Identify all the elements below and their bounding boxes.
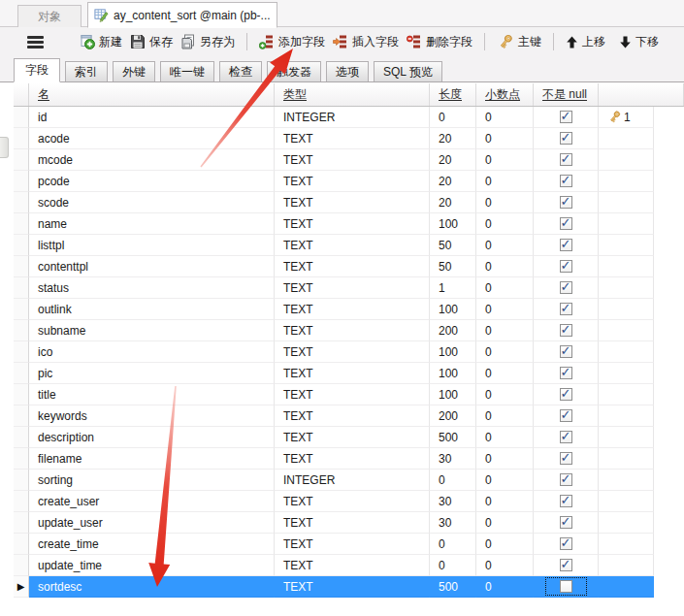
row-selector[interactable] (14, 235, 29, 256)
row-selector[interactable] (14, 320, 29, 341)
field-type-cell[interactable]: TEXT (275, 491, 430, 512)
field-notnull-cell[interactable] (534, 320, 599, 341)
field-length-cell[interactable]: 100 (430, 363, 476, 384)
not-null-checkbox[interactable] (560, 153, 572, 166)
field-name-cell[interactable]: sortdesc (29, 576, 275, 598)
field-notnull-cell[interactable] (534, 427, 599, 448)
field-notnull-cell[interactable] (534, 277, 599, 299)
field-type-cell[interactable]: TEXT (275, 149, 430, 171)
field-length-cell[interactable]: 100 (430, 213, 476, 235)
field-notnull-cell[interactable] (534, 384, 599, 405)
field-type-cell[interactable]: TEXT (275, 576, 430, 598)
row-selector[interactable] (14, 192, 29, 213)
field-decimals-cell[interactable]: 0 (476, 427, 534, 448)
row-selector[interactable] (14, 555, 29, 576)
field-type-cell[interactable]: TEXT (275, 427, 430, 448)
field-name-cell[interactable]: subname (29, 320, 275, 341)
field-decimals-cell[interactable]: 0 (476, 470, 534, 491)
field-length-cell[interactable]: 30 (430, 491, 476, 512)
table-row[interactable]: status TEXT 1 0 (14, 277, 654, 299)
field-length-cell[interactable]: 30 (430, 448, 476, 470)
row-selector[interactable] (14, 277, 29, 299)
field-decimals-cell[interactable]: 0 (476, 256, 534, 277)
field-length-cell[interactable]: 50 (430, 256, 476, 277)
row-selector[interactable] (14, 363, 29, 384)
tab-objects[interactable]: 对象 (17, 5, 81, 27)
not-null-checkbox[interactable] (560, 260, 572, 273)
field-type-cell[interactable]: TEXT (275, 256, 430, 277)
table-row[interactable]: update_user TEXT 30 0 (14, 512, 654, 534)
field-type-cell[interactable]: TEXT (275, 363, 430, 384)
insert-field-button[interactable]: 插入字段 (329, 31, 403, 53)
field-notnull-cell[interactable] (534, 576, 599, 598)
field-notnull-cell[interactable] (534, 534, 599, 555)
not-null-checkbox[interactable] (560, 324, 572, 337)
field-notnull-cell[interactable] (534, 555, 599, 576)
table-row[interactable]: listtpl TEXT 50 0 (14, 235, 654, 256)
field-notnull-cell[interactable] (534, 107, 599, 128)
field-notnull-cell[interactable] (534, 171, 599, 192)
field-decimals-cell[interactable]: 0 (476, 341, 534, 363)
row-selector[interactable] (14, 470, 29, 491)
row-selector[interactable] (14, 107, 29, 128)
table-row[interactable]: name TEXT 100 0 (14, 213, 654, 235)
field-name-cell[interactable]: outlink (29, 299, 275, 320)
field-notnull-cell[interactable] (534, 341, 599, 363)
row-selector[interactable] (14, 299, 29, 320)
field-name-cell[interactable]: description (29, 427, 275, 448)
row-selector[interactable] (14, 427, 29, 448)
not-null-checkbox[interactable] (560, 388, 572, 401)
sidebar-collapse-handle[interactable] (0, 137, 9, 158)
not-null-checkbox[interactable] (560, 345, 572, 358)
field-length-cell[interactable]: 30 (430, 512, 476, 534)
row-selector[interactable] (14, 384, 29, 405)
row-selector[interactable] (14, 491, 29, 512)
table-row[interactable]: pic TEXT 100 0 (14, 363, 654, 384)
field-decimals-cell[interactable]: 0 (476, 149, 534, 171)
field-decimals-cell[interactable]: 0 (476, 107, 534, 128)
field-name-cell[interactable]: create_time (29, 534, 275, 555)
field-type-cell[interactable]: TEXT (275, 213, 430, 235)
field-name-cell[interactable]: id (29, 107, 275, 128)
row-selector[interactable] (14, 534, 29, 555)
field-decimals-cell[interactable]: 0 (476, 299, 534, 320)
field-name-cell[interactable]: keywords (29, 405, 275, 427)
field-name-cell[interactable]: filename (29, 448, 275, 470)
not-null-checkbox[interactable] (560, 473, 572, 486)
field-name-cell[interactable]: ico (29, 341, 275, 363)
field-type-cell[interactable]: TEXT (275, 320, 430, 341)
primary-key-button[interactable]: 主键 (493, 30, 545, 53)
field-length-cell[interactable]: 100 (430, 341, 476, 363)
field-length-cell[interactable]: 0 (430, 107, 476, 128)
not-null-checkbox[interactable] (560, 495, 572, 507)
table-row[interactable]: update_time TEXT 0 0 (14, 555, 654, 576)
field-decimals-cell[interactable]: 0 (476, 320, 534, 341)
header-not-null[interactable]: 不是 null (534, 83, 599, 106)
field-length-cell[interactable]: 20 (430, 192, 476, 213)
row-selector[interactable] (14, 341, 29, 363)
field-decimals-cell[interactable]: 0 (476, 512, 534, 534)
field-decimals-cell[interactable]: 0 (476, 448, 534, 470)
header-name[interactable]: 名 (29, 83, 275, 106)
field-length-cell[interactable]: 200 (430, 320, 476, 341)
not-null-checkbox[interactable] (560, 431, 572, 443)
field-decimals-cell[interactable]: 0 (476, 384, 534, 405)
field-name-cell[interactable]: status (29, 277, 275, 299)
table-row[interactable]: pcode TEXT 20 0 (14, 171, 654, 192)
field-notnull-cell[interactable] (534, 149, 599, 171)
field-type-cell[interactable]: TEXT (275, 128, 430, 149)
field-name-cell[interactable]: acode (29, 128, 275, 149)
not-null-checkbox[interactable] (560, 281, 572, 294)
table-row[interactable]: id INTEGER 0 0 1 (14, 107, 654, 128)
field-type-cell[interactable]: TEXT (275, 341, 430, 363)
delete-field-button[interactable]: 删除字段 (403, 31, 476, 53)
field-name-cell[interactable]: scode (29, 192, 275, 213)
field-decimals-cell[interactable]: 0 (476, 235, 534, 256)
field-notnull-cell[interactable] (534, 448, 599, 470)
row-selector[interactable]: ▶ (14, 576, 29, 598)
not-null-checkbox[interactable] (560, 175, 572, 187)
field-name-cell[interactable]: mcode (29, 149, 275, 171)
row-selector[interactable] (14, 171, 29, 192)
field-type-cell[interactable]: INTEGER (275, 470, 430, 491)
not-null-checkbox[interactable] (560, 409, 572, 422)
